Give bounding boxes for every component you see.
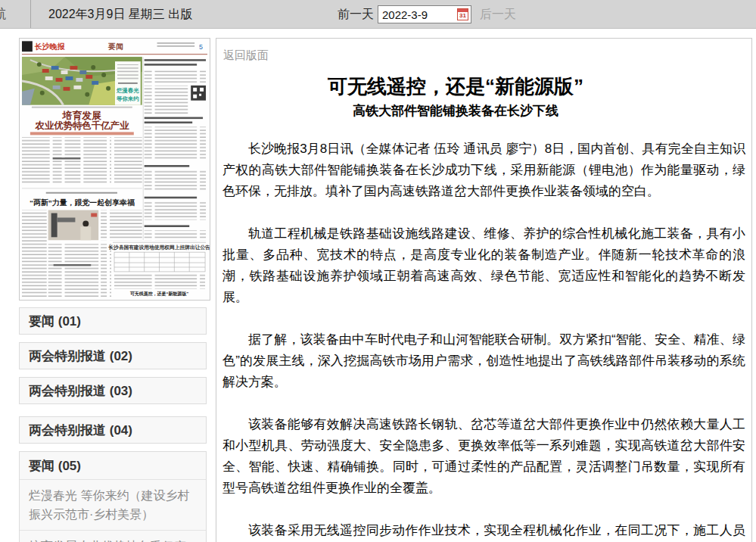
page-nav-label[interactable]: 两会特别报道 (03) [20,378,206,403]
page-nav-item-01[interactable]: 要闻 (01) [19,307,207,335]
article-paragraph: 轨道工程机械是铁路基础设施线路建设、维修、养护的综合性机械化施工装备，具有小批量… [222,223,745,308]
article-panel: 返回版面 可无线遥控，还是“新能源版” 高铁大部件智能铺换装备在长沙下线 长沙晚… [216,38,752,542]
thumb-main-headline-1: 培育发展 [62,110,102,121]
page-nav-item-04[interactable]: 两会特别报道 (04) [19,416,207,444]
thumb-mini-article-title: 可无线遥控，还是“新能源版” [130,291,188,297]
thumb-masthead-title: 长沙晚报 [34,42,66,51]
thumb-feature-title-2: 等你来约 [116,95,139,102]
thumb-main-headline-2: 农业优势特色千亿产业 [34,120,129,131]
page-nav-label[interactable]: 两会特别报道 (04) [20,417,206,443]
article-paragraph: 该装备能够有效解决高速铁路长钢轨、岔芯等道岔大部件更换作业中仍然依赖大量人工和小… [222,414,745,499]
thumb-notice-headline: 长沙县国有建设用地使用权网上挂牌出让公告 [107,245,210,251]
nav-link-partial[interactable]: 航 [0,0,6,29]
article-header: 可无线遥控，还是“新能源版” 高铁大部件智能铺换装备在长沙下线 [216,73,695,120]
thumb-page-number: 5 [199,43,203,51]
thumb-qr-code [191,86,206,101]
article-link-1[interactable]: 烂漫春光 等你来约（建设乡村振兴示范市·乡村美景） [20,479,206,530]
article-paragraph: 该装备采用无线遥控同步动作作业技术，实现全程机械化作业，在同工况下，施工人员较行… [222,520,745,542]
page-nav-label-current[interactable]: 要闻 (05) [20,452,206,479]
toolbar-divider [30,0,31,29]
date-picker[interactable] [378,5,471,23]
top-toolbar: 航 2022年3月9日 星期三 出版 前一天 后一天 [0,0,756,29]
page-nav-item-05: 要闻 (05) 烂漫春光 等你来约（建设乡村振兴示范市·乡村美景） 培育发展农业… [19,451,207,542]
thumb-person-photo [48,210,98,241]
page-nav-label[interactable]: 两会特别报道 (02) [20,343,206,369]
next-day-link[interactable]: 后一天 [480,0,516,29]
page-nav-label[interactable]: 要闻 (01) [20,308,206,334]
publish-date-label: 2022年3月9日 星期三 出版 [48,0,192,29]
thumb-section-label: 要闻 [107,42,123,51]
article-title: 可无线遥控，还是“新能源版” [216,73,695,99]
article-paragraph: 长沙晚报3月8日讯（全媒体记者 伍玲 通讯员 廖宁）8日，国内首创、具有完全自主… [222,139,745,202]
calendar-icon[interactable] [457,8,468,20]
article-body: 长沙晚报3月8日讯（全媒体记者 伍玲 通讯员 廖宁）8日，国内首创、具有完全自主… [216,139,751,542]
newspaper-page-thumbnail[interactable]: 长沙晚报 要闻 5 [19,38,210,301]
page-nav-item-02[interactable]: 两会特别报道 (02) [19,342,207,369]
article-subtitle: 高铁大部件智能铺换装备在长沙下线 [216,102,695,120]
thumb-feature-title-1: 烂漫春光 [116,87,139,94]
thumb-second-headline: “两新”力量，跟党一起创享幸福 [30,198,135,207]
article-paragraph: 据了解，该装备由中车时代电子和山河智能联合研制。双方紧扣“智能、安全、精准、绿色… [222,329,745,393]
back-to-page-link[interactable]: 返回版面 [223,48,269,63]
article-link-2[interactable]: 培育发展农业优势特色千亿产业 [20,530,206,542]
date-input[interactable] [378,8,457,21]
page-nav-item-03[interactable]: 两会特别报道 (03) [19,377,207,404]
newspaper-thumbnail-graphic: 长沙晚报 要闻 5 [20,39,210,300]
prev-day-link[interactable]: 前一天 [338,0,374,29]
